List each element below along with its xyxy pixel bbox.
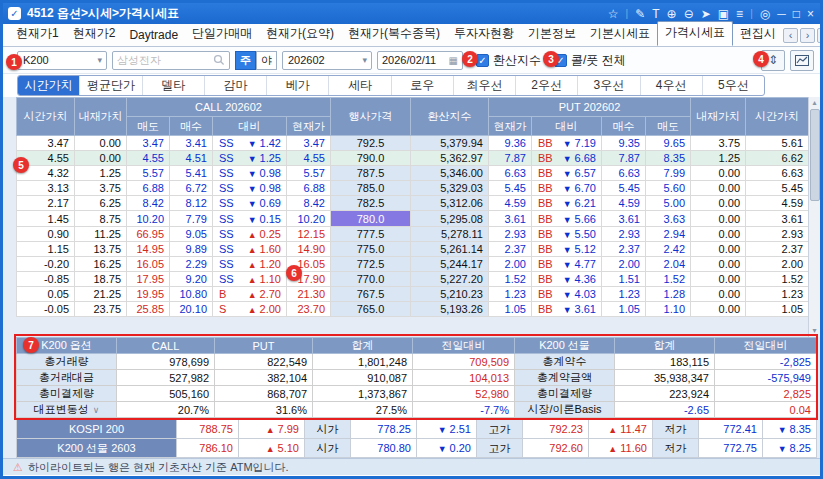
subtab[interactable]: 세타	[328, 76, 390, 95]
futures-summary-total: -2.65	[615, 402, 715, 418]
index-row[interactable]: K200 선물 2603786.10▲5.10시가780.80▼0.20고가79…	[17, 439, 817, 458]
option-row[interactable]: 3.133.756.886.72SS▼0.986.88785.05,329.03…	[17, 181, 809, 196]
maximize-icon[interactable]: □	[793, 7, 800, 21]
zoom-out-icon[interactable]: ⊖	[684, 7, 694, 21]
call-bid: 20.10	[170, 302, 213, 317]
arrow-down-icon: ▼	[563, 139, 572, 149]
fullscreen-icon[interactable]: ▣	[718, 7, 729, 21]
put-ask: 1.28	[646, 286, 691, 301]
change-value: 5.10	[278, 442, 299, 454]
subtab[interactable]: 베가	[266, 76, 328, 95]
day-session-button[interactable]: 주	[235, 51, 256, 70]
option-row[interactable]: 4.321.255.575.41SS▼0.985.57787.55,346.00…	[17, 166, 809, 181]
option-row[interactable]: -0.2016.2516.052.29SS▲1.2016.05772.55,24…	[17, 256, 809, 271]
arrow-up-icon: ▲	[248, 305, 257, 315]
call-bid: 5.41	[170, 166, 213, 181]
summary-call: 527,982	[117, 370, 215, 386]
subtab[interactable]: 최우선	[453, 76, 515, 95]
call-change: S▲2.00	[213, 302, 287, 317]
add-tab-button[interactable]: +	[817, 28, 823, 43]
put-intrinsic-value: 1.25	[691, 151, 746, 166]
call-last: 6.88	[287, 181, 331, 196]
converted-index-checkbox[interactable]: ✓	[476, 54, 489, 67]
subtab[interactable]: 평균단가	[79, 76, 141, 95]
scroll-up-icon[interactable]: ▴	[809, 97, 820, 109]
night-session-button[interactable]: 야	[256, 51, 277, 70]
next-tab-button[interactable]: ›	[800, 28, 815, 43]
option-row[interactable]: 1.458.7510.207.79SS▼0.1510.20780.05,295.…	[17, 211, 809, 226]
symbol-dropdown[interactable]: K200 ▾	[17, 51, 107, 70]
scroll-down-icon[interactable]: ▾	[809, 325, 820, 337]
menu-tab[interactable]: 현재가2	[66, 22, 123, 46]
put-bid: 2.00	[602, 256, 646, 271]
close-icon[interactable]: ×	[807, 7, 814, 21]
minimize-icon[interactable]: ─	[777, 7, 786, 21]
index-name: KOSPI 200	[17, 420, 177, 439]
menu-tab[interactable]: Daytrade	[122, 25, 185, 46]
menu-tab[interactable]: 기본시세표	[583, 22, 657, 46]
open-label: 시가	[305, 420, 351, 439]
help-icon[interactable]: ◎	[760, 7, 770, 21]
converted-index: 5,312.06	[411, 196, 489, 211]
subtab[interactable]: 델타	[142, 76, 204, 95]
chevron-down-icon[interactable]: ∨	[93, 405, 100, 415]
subtab[interactable]: 2우선	[515, 76, 577, 95]
menu-tabs: 현재가1현재가2Daytrade단일가매매현재가(요약)현재가(복수종목)투자자…	[9, 24, 783, 46]
put-time-value: 6.63	[746, 166, 809, 181]
status-text: 하이라이트되는 행은 현재 기초자산 기준 ATM입니다.	[28, 460, 289, 475]
call-time-value: -0.85	[17, 271, 75, 286]
summary-label: 대표변동성∨	[17, 402, 117, 418]
summary-row: 대표변동성∨20.7%31.6%27.5%-7.7%시장/이론Basis-2.6…	[17, 402, 817, 418]
prev-tab-button[interactable]: ‹	[783, 28, 798, 43]
menu-tab[interactable]: 기본정보	[521, 22, 583, 46]
menu-tab[interactable]: 단일가매매	[185, 22, 259, 46]
option-row[interactable]: 2.176.258.428.12SS▼0.698.42782.55,312.06…	[17, 196, 809, 211]
trade-tag: BB	[538, 197, 553, 209]
converted-index-checkbox-group[interactable]: ✓ 환산지수	[476, 52, 541, 69]
expiry-dropdown[interactable]: 202602 ▾	[282, 51, 372, 70]
menu-tab[interactable]: 가격시세표	[657, 21, 733, 46]
subtab[interactable]: 5우선	[702, 76, 764, 95]
date-picker[interactable]: 2026/02/11 ▦	[377, 51, 463, 70]
chart-button[interactable]	[790, 50, 814, 71]
search-input[interactable]	[117, 54, 213, 66]
callput-checkbox-group[interactable]: ✓ 콜/풋 전체	[554, 52, 626, 69]
menu-tab[interactable]: 현재가1	[9, 22, 66, 46]
menu-tab[interactable]: 현재가(요약)	[259, 22, 341, 46]
option-row[interactable]: -0.0523.7525.8520.10S▲2.0023.70765.05,19…	[17, 302, 809, 317]
menu-tab[interactable]: 현재가(복수종목)	[341, 22, 447, 46]
subtab[interactable]: 4우선	[640, 76, 702, 95]
list-icon[interactable]: ≡	[736, 7, 743, 21]
high-label: 고가	[477, 420, 523, 439]
call-bid: 8.12	[170, 196, 213, 211]
menu-tab[interactable]: 투자자현황	[447, 22, 521, 46]
put-time-value: 1.52	[746, 271, 809, 286]
call-last: 12.15	[287, 226, 331, 241]
option-row[interactable]: -0.8518.7517.959.20SS▲1.1017.90770.05,22…	[17, 271, 809, 286]
stock-search-field[interactable]	[112, 51, 230, 70]
zoom-in-icon[interactable]: ⊕	[667, 7, 677, 21]
subtab[interactable]: 감마	[204, 76, 266, 95]
put-last: 3.61	[489, 211, 532, 226]
put-ask: 7.99	[646, 166, 691, 181]
option-row[interactable]: 0.0521.2519.9510.80B▲2.7021.30767.55,210…	[17, 286, 809, 301]
edit-icon[interactable]: ✎	[635, 7, 645, 21]
call-intrinsic-value: 21.25	[75, 286, 127, 301]
favorites-icon[interactable]: ☆	[608, 7, 619, 21]
put-last: 7.87	[489, 151, 532, 166]
menu-tab[interactable]: 편집시	[733, 22, 783, 46]
subtab[interactable]: 3우선	[577, 76, 639, 95]
scrollbar-thumb[interactable]	[810, 109, 820, 201]
send-icon[interactable]: ➤	[701, 7, 711, 21]
subtab[interactable]: 로우	[391, 76, 453, 95]
option-row[interactable]: 0.9011.2566.959.05SS▲0.2512.15777.55,278…	[17, 226, 809, 241]
font-icon[interactable]: T	[652, 7, 659, 21]
index-row[interactable]: KOSPI 200788.75▲7.99시가778.25▼2.51고가792.2…	[17, 420, 817, 439]
option-row[interactable]: 4.550.004.554.51SS▼1.254.55790.05,362.97…	[17, 151, 809, 166]
index-name: K200 선물 2603	[17, 439, 177, 458]
option-row[interactable]: 1.1513.7514.959.89SS▲1.6014.90775.05,261…	[17, 241, 809, 256]
subtab[interactable]: 시간가치	[18, 76, 79, 95]
vertical-scrollbar[interactable]: ▴ ▾	[808, 97, 820, 337]
option-row[interactable]: 3.470.003.473.41SS▼1.423.47792.55,379.94…	[17, 136, 809, 151]
annotation-badge-3: 3	[543, 51, 559, 67]
